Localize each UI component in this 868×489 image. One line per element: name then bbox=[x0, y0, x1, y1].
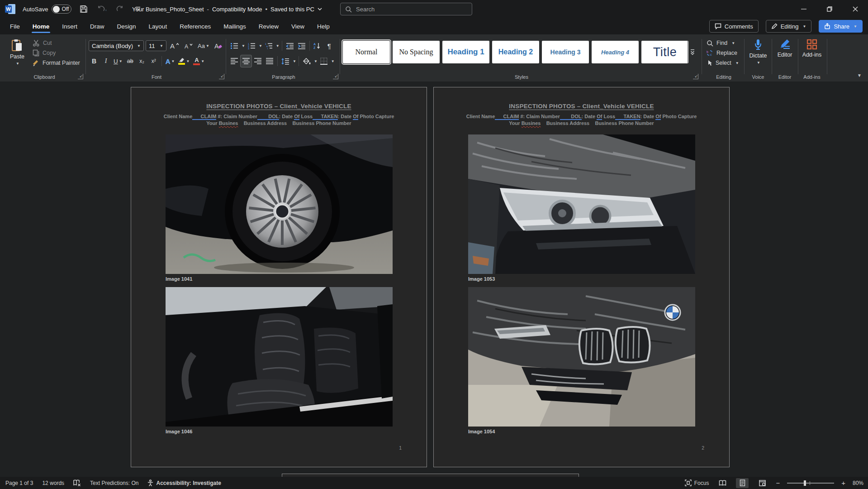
share-button[interactable]: Share ▼ bbox=[819, 20, 863, 33]
change-case-button[interactable]: Aa ▼ bbox=[196, 40, 211, 52]
style-heading-4[interactable]: Heading 4 bbox=[592, 41, 639, 63]
borders-chevron-icon[interactable]: ▼ bbox=[331, 59, 335, 63]
grow-font-button[interactable]: A bbox=[168, 40, 181, 52]
replace-button[interactable]: bc Replace bbox=[705, 48, 741, 58]
bold-button[interactable]: B bbox=[89, 55, 100, 67]
shading-chevron-icon[interactable]: ▼ bbox=[314, 59, 318, 63]
increase-indent-button[interactable] bbox=[296, 40, 307, 52]
read-mode-button[interactable] bbox=[716, 478, 729, 488]
zoom-in-button[interactable]: + bbox=[841, 479, 845, 487]
text-predictions[interactable]: Text Predictions: On bbox=[90, 480, 138, 486]
tab-home[interactable]: Home bbox=[26, 18, 56, 34]
tab-layout[interactable]: Layout bbox=[142, 18, 174, 34]
align-left-button[interactable] bbox=[229, 55, 240, 67]
tab-help[interactable]: Help bbox=[311, 18, 336, 34]
align-right-button[interactable] bbox=[252, 55, 263, 67]
tab-view[interactable]: View bbox=[285, 18, 311, 34]
format-painter-button[interactable]: Format Painter bbox=[31, 58, 82, 68]
styles-more-button[interactable] bbox=[688, 41, 697, 63]
comments-button[interactable]: Comments bbox=[709, 20, 759, 33]
justify-button[interactable] bbox=[264, 55, 275, 67]
autosave-toggle[interactable]: Off bbox=[52, 5, 71, 14]
focus-button[interactable]: Focus bbox=[685, 479, 709, 486]
font-color-button[interactable]: A ▼ bbox=[192, 55, 206, 67]
clear-formatting-button[interactable]: A bbox=[213, 40, 224, 52]
document-title-area[interactable]: Your Busines_Photo_Sheet - Compatibility… bbox=[132, 0, 322, 18]
editor-button[interactable]: Editor bbox=[773, 34, 797, 73]
cut-button[interactable]: Cut bbox=[31, 38, 82, 48]
paste-button[interactable]: Paste ▼ bbox=[5, 34, 29, 73]
style-no-spacing[interactable]: No Spacing bbox=[393, 41, 440, 63]
redo-button[interactable] bbox=[114, 3, 126, 15]
highlight-button[interactable]: ▼ bbox=[177, 55, 191, 67]
inspection-photo-wheel[interactable] bbox=[166, 134, 393, 274]
minimize-button[interactable] bbox=[791, 0, 816, 18]
tab-draw[interactable]: Draw bbox=[84, 18, 111, 34]
print-layout-button[interactable] bbox=[736, 478, 749, 488]
superscript-button[interactable]: x² bbox=[148, 55, 159, 67]
copy-button[interactable]: Copy bbox=[31, 48, 82, 58]
styles-dialog-launcher[interactable]: ↘ bbox=[693, 74, 698, 79]
undo-button[interactable]: ▼ bbox=[96, 3, 108, 15]
editing-mode-button[interactable]: Editing ▼ bbox=[766, 20, 812, 33]
word-app-icon[interactable]: W bbox=[5, 3, 16, 15]
show-formatting-marks-button[interactable]: ¶ bbox=[324, 40, 335, 52]
shading-button[interactable] bbox=[301, 55, 312, 67]
style-heading-3[interactable]: Heading 3 bbox=[542, 41, 589, 63]
font-family-select[interactable]: Cambria (Body) ▼ bbox=[89, 40, 144, 51]
tab-insert[interactable]: Insert bbox=[56, 18, 84, 34]
tab-review[interactable]: Review bbox=[252, 18, 285, 34]
multilevel-chevron-icon[interactable]: ▼ bbox=[276, 44, 280, 48]
sort-button[interactable]: AZ bbox=[312, 40, 323, 52]
zoom-out-button[interactable]: − bbox=[776, 479, 780, 487]
page-indicator[interactable]: Page 1 of 3 bbox=[5, 480, 33, 486]
save-button[interactable] bbox=[78, 3, 90, 15]
paragraph-dialog-launcher[interactable]: ↘ bbox=[333, 74, 338, 79]
font-size-select[interactable]: 11 ▼ bbox=[146, 40, 166, 51]
clipboard-dialog-launcher[interactable]: ↘ bbox=[78, 74, 83, 79]
addins-button[interactable]: Add-ins bbox=[799, 34, 825, 73]
zoom-slider[interactable] bbox=[787, 483, 834, 484]
underline-button[interactable]: U ▼ bbox=[112, 55, 124, 67]
close-button[interactable] bbox=[842, 0, 868, 18]
tab-file[interactable]: File bbox=[4, 18, 26, 34]
shrink-font-button[interactable]: A bbox=[183, 40, 194, 52]
bullets-button[interactable] bbox=[229, 40, 240, 52]
dictate-button[interactable]: Dictate ▼ bbox=[745, 34, 771, 73]
style-title[interactable]: Title bbox=[641, 41, 688, 63]
tab-mailings[interactable]: Mailings bbox=[217, 18, 252, 34]
collapse-ribbon-button[interactable]: ▼ bbox=[857, 73, 862, 78]
select-button[interactable]: Select ▼ bbox=[705, 58, 741, 68]
search-input[interactable]: Search bbox=[340, 3, 472, 15]
document-page[interactable]: INSPECTION PHOTOS – Client_Vehicle VEHIC… bbox=[131, 87, 427, 467]
strikethrough-button[interactable]: ab bbox=[125, 55, 136, 67]
text-effects-button[interactable]: A ▼ bbox=[164, 55, 176, 67]
title-chevron-down-icon[interactable] bbox=[318, 7, 322, 11]
align-center-button[interactable] bbox=[241, 55, 251, 67]
zoom-level[interactable]: 80% bbox=[853, 480, 863, 486]
find-button[interactable]: Find ▼ bbox=[705, 38, 741, 48]
word-count[interactable]: 12 words bbox=[42, 480, 64, 486]
restore-button[interactable] bbox=[816, 0, 842, 18]
proofing-errors-icon[interactable] bbox=[73, 479, 81, 486]
italic-button[interactable]: I bbox=[100, 55, 111, 67]
zoom-slider-thumb[interactable] bbox=[804, 480, 806, 486]
line-spacing-button[interactable] bbox=[280, 55, 291, 67]
document-page[interactable]: INSPECTION PHOTOS – Client_Vehicle VEHIC… bbox=[433, 87, 730, 467]
accessibility-status[interactable]: Accessibility: Investigate bbox=[147, 479, 221, 486]
inspection-photo-headlight[interactable] bbox=[468, 134, 695, 274]
inspection-photo-bumper[interactable] bbox=[468, 287, 695, 427]
font-dialog-launcher[interactable]: ↘ bbox=[219, 74, 224, 79]
tab-design[interactable]: Design bbox=[111, 18, 142, 34]
tab-references[interactable]: References bbox=[173, 18, 217, 34]
multilevel-list-button[interactable]: 1ai bbox=[263, 40, 274, 52]
document-canvas[interactable]: INSPECTION PHOTOS – Client_Vehicle VEHIC… bbox=[0, 82, 868, 477]
style-normal[interactable]: Normal bbox=[343, 41, 390, 63]
bullets-chevron-icon[interactable]: ▼ bbox=[242, 44, 245, 48]
autosave-control[interactable]: AutoSave Off bbox=[23, 5, 71, 14]
numbering-chevron-icon[interactable]: ▼ bbox=[259, 44, 262, 48]
web-layout-button[interactable] bbox=[756, 478, 768, 488]
borders-button[interactable] bbox=[318, 55, 329, 67]
line-spacing-chevron-icon[interactable]: ▼ bbox=[293, 59, 296, 63]
subscript-button[interactable]: x₂ bbox=[137, 55, 147, 67]
